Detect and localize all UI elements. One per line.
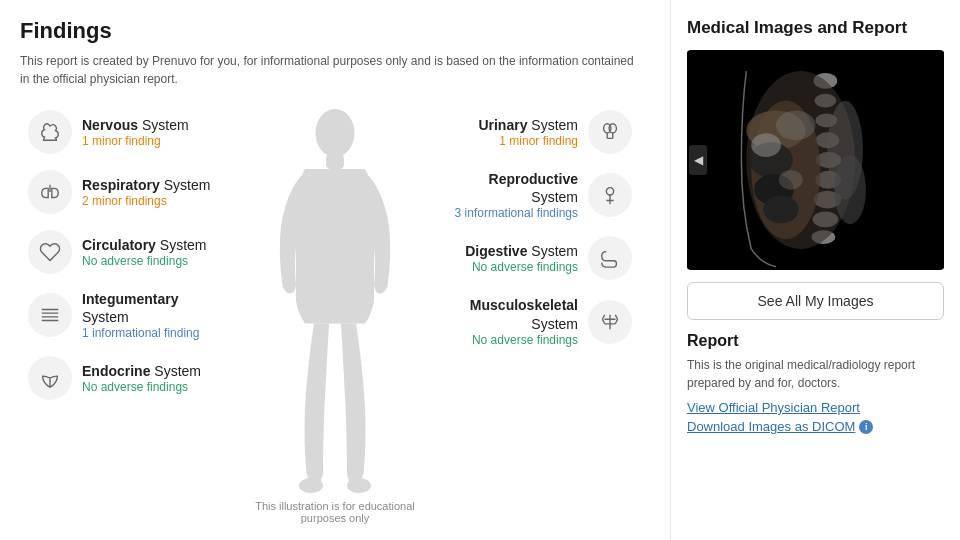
right-system-icon-3 [588,300,632,344]
right-system-name-1: Reproductive System [448,170,578,206]
svg-point-7 [606,188,613,195]
left-panel: Findings This report is created by Prenu… [0,0,670,540]
system-info-0: Nervous System 1 minor finding [82,116,212,148]
right-system-icon-2 [588,236,632,280]
silhouette-caption: This illustration is for educational pur… [245,500,425,524]
left-system-item-2[interactable]: Circulatory System No adverse findings [20,224,220,280]
system-finding-1: 2 minor findings [82,194,212,208]
system-info-4: Endocrine System No adverse findings [82,362,212,394]
svg-point-23 [763,196,799,224]
left-system-item-4[interactable]: Endocrine System No adverse findings [20,350,220,406]
nav-left-arrow[interactable]: ◀ [689,145,707,175]
system-name-2: Circulatory System [82,236,212,254]
right-system-name-2: Digestive System [465,242,578,260]
right-system-info-2: Digestive System No adverse findings [465,242,578,274]
system-icon-0 [28,110,72,154]
system-icon-3 [28,293,72,337]
report-title: Report [687,332,944,350]
page-title: Findings [20,18,650,44]
svg-rect-2 [326,154,344,169]
system-finding-0: 1 minor finding [82,134,212,148]
system-name-3: Integumentary System [82,290,212,326]
report-description: This is the original medical/radiology r… [687,356,944,392]
system-icon-2 [28,230,72,274]
right-system-info-1: Reproductive System 3 informational find… [448,170,578,220]
svg-point-24 [751,133,781,157]
right-panel-title: Medical Images and Report [687,18,944,38]
download-dicom-link[interactable]: Download Images as DICOM [687,419,855,434]
system-icon-4 [28,356,72,400]
system-info-1: Respiratory System 2 minor findings [82,176,212,208]
right-system-finding-1: 3 informational findings [448,206,578,220]
right-system-item-1[interactable]: Reproductive System 3 informational find… [440,164,640,226]
left-system-item-3[interactable]: Integumentary System 1 informational fin… [20,284,220,346]
svg-point-26 [779,170,803,190]
right-system-info-0: Urinary System 1 minor finding [478,116,578,148]
right-system-finding-3: No adverse findings [448,333,578,347]
report-section: Report This is the original medical/radi… [687,332,944,434]
right-system-name-0: Urinary System [478,116,578,134]
see-all-images-button[interactable]: See All My Images [687,282,944,320]
right-systems-list: Urinary System 1 minor finding Reproduct… [440,104,640,353]
svg-point-3 [299,478,323,493]
system-icon-1 [28,170,72,214]
left-system-item-0[interactable]: Nervous System 1 minor finding [20,104,220,160]
disclaimer-text: This report is created by Prenuvo for yo… [20,52,640,88]
right-system-icon-1 [588,173,632,217]
right-system-info-3: Musculoskeletal System No adverse findin… [448,296,578,346]
left-system-item-1[interactable]: Respiratory System 2 minor findings [20,164,220,220]
system-finding-2: No adverse findings [82,254,212,268]
system-name-1: Respiratory System [82,176,212,194]
system-finding-3: 1 informational finding [82,326,212,340]
system-name-0: Nervous System [82,116,212,134]
mri-image: ◀ [687,50,944,270]
system-name-4: Endocrine System [82,362,212,380]
svg-point-6 [609,124,616,133]
system-info-3: Integumentary System 1 informational fin… [82,290,212,340]
right-system-name-3: Musculoskeletal System [448,296,578,332]
right-system-finding-2: No adverse findings [465,260,578,274]
right-system-item-3[interactable]: Musculoskeletal System No adverse findin… [440,290,640,352]
right-system-item-0[interactable]: Urinary System 1 minor finding [440,104,640,160]
body-silhouette: This illustration is for educational pur… [245,104,425,524]
svg-point-1 [316,109,355,157]
svg-point-28 [834,155,866,224]
findings-area: Nervous System 1 minor finding Respirato… [20,104,650,540]
download-dicom-container: Download Images as DICOM i [687,419,944,434]
view-physician-report-link[interactable]: View Official Physician Report [687,400,944,415]
info-icon[interactable]: i [859,420,873,434]
left-systems-list: Nervous System 1 minor finding Respirato… [20,104,220,540]
right-system-icon-0 [588,110,632,154]
right-panel: Medical Images and Report [670,0,960,540]
right-system-item-2[interactable]: Digestive System No adverse findings [440,230,640,286]
svg-point-25 [776,111,816,141]
system-finding-4: No adverse findings [82,380,212,394]
system-info-2: Circulatory System No adverse findings [82,236,212,268]
right-system-finding-0: 1 minor finding [478,134,578,148]
svg-point-4 [347,478,371,493]
